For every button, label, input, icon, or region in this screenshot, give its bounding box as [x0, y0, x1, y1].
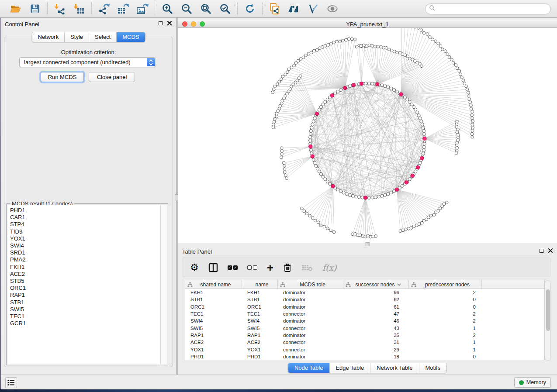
- network-node[interactable]: [309, 136, 312, 139]
- network-node[interactable]: [429, 214, 432, 217]
- table-scrollbar-thumb[interactable]: [546, 289, 550, 331]
- network-node[interactable]: [444, 50, 447, 53]
- network-node[interactable]: [339, 189, 342, 193]
- mcds-result-item[interactable]: STB1: [10, 299, 160, 306]
- network-node[interactable]: [384, 85, 387, 88]
- mcds-result-item[interactable]: YOX1: [10, 235, 160, 242]
- network-node[interactable]: [439, 45, 442, 48]
- tab-motifs[interactable]: Motifs: [419, 363, 446, 373]
- mcds-result-item[interactable]: CAR1: [10, 214, 160, 221]
- network-node[interactable]: [323, 225, 326, 228]
- import-table-icon[interactable]: [73, 2, 86, 15]
- network-node[interactable]: [414, 170, 417, 173]
- network-node[interactable]: [458, 69, 461, 72]
- delete-icon[interactable]: [283, 261, 292, 274]
- network-node[interactable]: [318, 108, 321, 111]
- network-node[interactable]: [336, 188, 339, 191]
- float-panel-icon[interactable]: [159, 21, 163, 25]
- network-hub-node[interactable]: [343, 86, 347, 89]
- network-node[interactable]: [420, 120, 423, 123]
- network-hub-node[interactable]: [416, 165, 420, 169]
- network-node[interactable]: [417, 114, 420, 117]
- network-node[interactable]: [465, 85, 468, 88]
- network-node[interactable]: [422, 129, 425, 132]
- network-hub-node[interactable]: [420, 156, 423, 160]
- network-node[interactable]: [395, 90, 398, 93]
- network-node[interactable]: [456, 131, 459, 134]
- network-node[interactable]: [315, 164, 318, 167]
- add-column-icon[interactable]: +: [267, 261, 273, 274]
- network-node[interactable]: [350, 38, 353, 41]
- network-node[interactable]: [387, 86, 390, 89]
- network-node[interactable]: [300, 207, 303, 210]
- task-history-button[interactable]: [5, 377, 17, 388]
- network-node[interactable]: [417, 28, 420, 29]
- network-node[interactable]: [353, 38, 356, 41]
- network-node[interactable]: [287, 68, 291, 71]
- network-node[interactable]: [420, 29, 423, 32]
- network-node[interactable]: [446, 53, 449, 56]
- table-row[interactable]: RAP1RAP1dominator352: [185, 332, 544, 339]
- settings-gear-icon[interactable]: ⚙: [190, 261, 199, 274]
- clone-network-icon[interactable]: [268, 2, 281, 15]
- network-node[interactable]: [381, 194, 384, 197]
- network-node[interactable]: [452, 61, 455, 64]
- network-node[interactable]: [374, 235, 377, 238]
- table-row[interactable]: ACE2ACE2connector311: [185, 339, 544, 346]
- mcds-result-item[interactable]: TEC1: [10, 313, 160, 320]
- network-node[interactable]: [471, 120, 474, 123]
- network-node[interactable]: [311, 123, 314, 126]
- network-hub-node[interactable]: [360, 82, 363, 86]
- network-node[interactable]: [273, 85, 277, 88]
- network-node[interactable]: [407, 227, 410, 230]
- network-node[interactable]: [374, 45, 377, 48]
- network-view-canvas[interactable]: [178, 28, 557, 243]
- network-node[interactable]: [448, 55, 451, 58]
- network-node[interactable]: [368, 44, 371, 47]
- network-node[interactable]: [422, 152, 425, 155]
- column-header-successor-nodes[interactable]: successor nodes: [343, 280, 409, 289]
- open-folder-icon[interactable]: [9, 2, 22, 15]
- network-node[interactable]: [367, 196, 370, 199]
- network-node[interactable]: [466, 88, 469, 91]
- refresh-layout-icon[interactable]: [243, 2, 256, 15]
- network-node[interactable]: [309, 149, 312, 152]
- search-network-icon[interactable]: [287, 2, 301, 15]
- network-node[interactable]: [423, 132, 426, 135]
- network-node[interactable]: [294, 62, 298, 65]
- network-node[interactable]: [273, 120, 276, 123]
- network-node[interactable]: [437, 42, 440, 45]
- network-node[interactable]: [385, 46, 388, 49]
- network-node[interactable]: [280, 147, 283, 150]
- network-node[interactable]: [308, 214, 311, 217]
- mcds-result-item[interactable]: GCR1: [10, 320, 160, 327]
- network-node[interactable]: [308, 139, 311, 142]
- network-node[interactable]: [390, 191, 393, 194]
- network-node[interactable]: [471, 126, 474, 129]
- network-hub-node[interactable]: [363, 196, 367, 199]
- network-node[interactable]: [332, 41, 336, 44]
- select-all-icon[interactable]: ✓✓: [228, 261, 238, 274]
- network-node[interactable]: [272, 126, 275, 129]
- network-hub-node[interactable]: [315, 112, 318, 115]
- network-node[interactable]: [456, 120, 459, 123]
- network-node[interactable]: [421, 123, 424, 126]
- table-row[interactable]: FKH1FKH1dominator962: [185, 289, 544, 296]
- show-hide-graphics-icon[interactable]: [326, 2, 339, 15]
- network-node[interactable]: [471, 110, 474, 113]
- network-hub-node[interactable]: [399, 93, 403, 96]
- network-hub-node[interactable]: [352, 83, 355, 87]
- network-node[interactable]: [374, 196, 377, 199]
- network-hub-node[interactable]: [405, 181, 408, 184]
- tab-edge-table[interactable]: Edge Table: [329, 363, 370, 373]
- network-node[interactable]: [280, 150, 284, 153]
- network-node[interactable]: [316, 167, 319, 170]
- memory-button[interactable]: Memory: [514, 377, 551, 388]
- network-node[interactable]: [471, 129, 474, 132]
- network-node[interactable]: [428, 36, 431, 39]
- network-node[interactable]: [405, 228, 408, 231]
- network-hub-node[interactable]: [331, 185, 335, 188]
- network-node[interactable]: [467, 95, 470, 98]
- network-node[interactable]: [462, 79, 465, 82]
- deselect-all-icon[interactable]: [247, 261, 257, 274]
